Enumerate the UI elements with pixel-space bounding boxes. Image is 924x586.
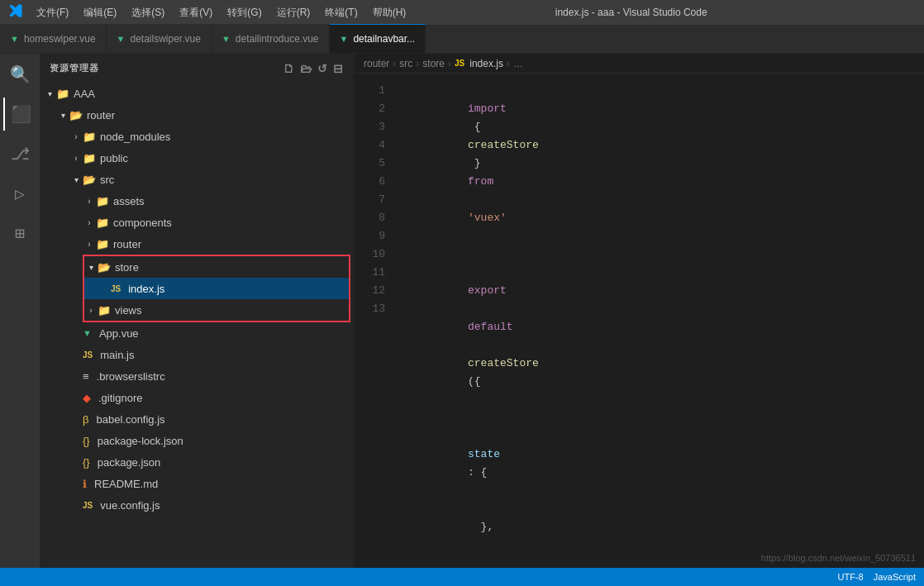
store-group: ▾ 📂 store JS index.js › 📁 views	[83, 255, 350, 322]
folder-icon: 📁	[96, 217, 109, 229]
tab-label: homeswiper.vue	[24, 33, 96, 45]
tree-label: .browserslistrc	[97, 370, 165, 383]
tree-item-public[interactable]: › 📁 public	[40, 147, 354, 169]
tree-item-indexjs[interactable]: JS index.js	[84, 278, 349, 299]
folder-icon: 📁	[96, 238, 109, 250]
refresh-icon[interactable]: ↺	[317, 62, 328, 75]
tree-item-assets[interactable]: › 📁 assets	[40, 190, 354, 212]
tab-detailswiper[interactable]: ▼ detailswiper.vue	[107, 24, 212, 53]
tree-item-packagejson[interactable]: {} package.json	[40, 451, 354, 473]
expand-arrow: ›	[83, 240, 96, 249]
js-file-icon: JS	[111, 284, 121, 293]
tab-detailnavbar[interactable]: ▼ detailnavbar...	[330, 24, 426, 53]
breadcrumb-sep: ›	[507, 58, 510, 69]
tab-bar: ▼ homeswiper.vue ▼ detailswiper.vue ▼ de…	[0, 25, 924, 54]
tree-label: store	[115, 261, 139, 274]
run-icon[interactable]: ▷	[3, 177, 36, 210]
file-tree: ▾ 📁 AAA ▾ 📂 router › 📁 node_modules › 📁 …	[40, 83, 354, 568]
menu-item[interactable]: 终端(T)	[318, 4, 364, 21]
tree-item-packagelock[interactable]: {} package-lock.json	[40, 430, 354, 451]
expand-arrow: ›	[69, 154, 83, 163]
breadcrumb: router › src › store › JS index.js › …	[354, 54, 924, 74]
tree-label: App.vue	[99, 327, 139, 340]
collapse-icon[interactable]: ⊟	[333, 62, 344, 75]
sidebar-title: 资源管理器	[50, 62, 99, 74]
expand-arrow: ›	[84, 306, 98, 315]
vue-icon: ▼	[117, 34, 126, 44]
menu-item[interactable]: 选择(S)	[125, 4, 171, 21]
sidebar-header-icons: 🗋 🗁 ↺ ⊟	[283, 62, 344, 75]
search-icon[interactable]: 🔍	[3, 58, 36, 91]
config-icon: ≡	[83, 370, 89, 383]
vscode-logo	[8, 3, 23, 22]
tree-item-router[interactable]: ▾ 📂 router	[40, 104, 354, 126]
tree-label: components	[113, 217, 172, 229]
tree-label: package.json	[98, 456, 161, 469]
js-icon: JS	[83, 501, 93, 510]
menu-bar: 文件(F)编辑(E)选择(S)查看(V)转到(G)运行(R)终端(T)帮助(H)	[30, 4, 412, 21]
menu-item[interactable]: 编辑(E)	[77, 4, 123, 21]
vue-icon: ▼	[10, 34, 19, 44]
tree-item-appvue[interactable]: ▼ App.vue	[40, 322, 354, 344]
tree-item-router-inner[interactable]: › 📁 router	[40, 233, 354, 255]
tab-homeswiper[interactable]: ▼ homeswiper.vue	[0, 24, 107, 53]
line-numbers: 1 2 3 4 5 6 7 8 9 10 11 12 13	[354, 74, 395, 568]
folder-icon: 📁	[83, 152, 96, 164]
folder-icon: 📁	[98, 304, 111, 317]
tab-detailintroduce[interactable]: ▼ detailintroduce.vue	[212, 24, 330, 53]
tree-label: README.md	[94, 478, 158, 490]
tree-label: AAA	[74, 88, 95, 100]
tree-item-vueconfig[interactable]: JS vue.config.js	[40, 494, 354, 516]
tree-item-node-modules[interactable]: › 📁 node_modules	[40, 126, 354, 147]
code-line-1: import { createStore } from 'vuex'	[403, 82, 924, 245]
tree-label: public	[100, 152, 128, 164]
code-content[interactable]: import { createStore } from 'vuex' expor…	[395, 74, 924, 568]
tree-item-store[interactable]: ▾ 📂 store	[84, 256, 349, 278]
vue-icon: ▼	[340, 34, 349, 44]
new-file-icon[interactable]: 🗋	[283, 62, 295, 75]
breadcrumb-ellipsis: …	[513, 58, 523, 69]
breadcrumb-router: router	[364, 58, 389, 69]
tree-item-views[interactable]: › 📁 views	[84, 299, 349, 321]
folder-icon: 📁	[56, 88, 69, 100]
code-line-4: state : {	[403, 409, 924, 500]
tree-label: babel.config.js	[96, 413, 164, 426]
tree-label: main.js	[100, 349, 134, 361]
expand-arrow: ▾	[69, 175, 83, 184]
menu-item[interactable]: 转到(G)	[221, 4, 268, 21]
new-folder-icon[interactable]: 🗁	[300, 62, 312, 75]
tab-label: detailintroduce.vue	[236, 33, 319, 45]
expand-arrow: ›	[69, 132, 83, 141]
expand-arrow: ▾	[84, 263, 98, 272]
vue-icon: ▼	[221, 34, 231, 44]
breadcrumb-sep: ›	[416, 58, 419, 69]
tree-item-gitignore[interactable]: ◆ .gitignore	[40, 387, 354, 408]
json-icon: {}	[83, 456, 90, 469]
tree-item-babelconfig[interactable]: β babel.config.js	[40, 408, 354, 430]
tree-item-browserslistrc[interactable]: ≡ .browserslistrc	[40, 365, 354, 387]
tree-label: assets	[113, 195, 145, 207]
menu-item[interactable]: 查看(V)	[173, 4, 219, 21]
source-control-icon[interactable]: ⎇	[3, 137, 36, 170]
explorer-icon[interactable]: ⬛	[3, 98, 36, 131]
status-right: UTF-8 JavaScript	[837, 572, 916, 582]
code-line-5: },	[403, 500, 924, 555]
folder-icon: 📂	[83, 174, 96, 186]
breadcrumb-sep: ›	[448, 58, 451, 69]
tree-item-aaa[interactable]: ▾ 📁 AAA	[40, 83, 354, 104]
tree-label: index.js	[128, 283, 164, 295]
code-line-3: export default createStore ({	[403, 264, 924, 409]
extensions-icon[interactable]: ⊞	[3, 217, 36, 250]
menu-item[interactable]: 文件(F)	[30, 4, 75, 21]
breadcrumb-current: index.js	[469, 58, 503, 69]
tree-item-src[interactable]: ▾ 📂 src	[40, 169, 354, 190]
tree-item-mainjs[interactable]: JS main.js	[40, 344, 354, 365]
json-icon: {}	[83, 435, 90, 447]
window-title: index.js - aaa - Visual Studio Code	[555, 7, 707, 18]
tree-item-readme[interactable]: ℹ README.md	[40, 473, 354, 494]
js-breadcrumb-icon: JS	[455, 59, 464, 68]
tree-item-components[interactable]: › 📁 components	[40, 212, 354, 233]
menu-item[interactable]: 运行(R)	[270, 4, 317, 21]
folder-icon: 📁	[83, 131, 96, 143]
menu-item[interactable]: 帮助(H)	[366, 4, 413, 21]
